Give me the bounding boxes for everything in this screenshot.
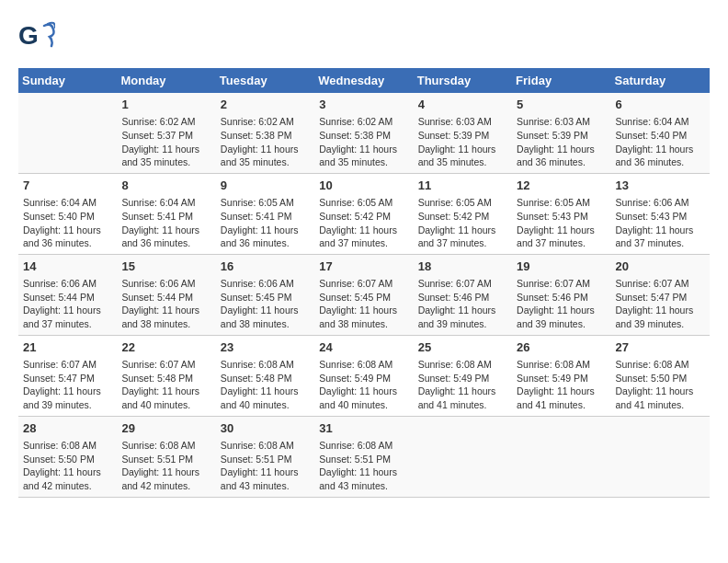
day-content: Sunrise: 6:03 AM Sunset: 5:39 PM Dayligh… (517, 115, 606, 169)
day-number: 10 (319, 178, 408, 194)
day-content: Sunrise: 6:02 AM Sunset: 5:38 PM Dayligh… (319, 115, 408, 169)
calendar-cell: 8Sunrise: 6:04 AM Sunset: 5:41 PM Daylig… (117, 173, 215, 254)
day-number: 28 (23, 420, 112, 437)
calendar-week-row: 21Sunrise: 6:07 AM Sunset: 5:47 PM Dayli… (18, 335, 710, 416)
day-content: Sunrise: 6:06 AM Sunset: 5:43 PM Dayligh… (616, 196, 705, 250)
calendar-cell: 23Sunrise: 6:08 AM Sunset: 5:48 PM Dayli… (216, 335, 314, 416)
calendar-day-header: Saturday (611, 68, 710, 93)
day-content: Sunrise: 6:05 AM Sunset: 5:41 PM Dayligh… (221, 196, 310, 250)
day-content: Sunrise: 6:02 AM Sunset: 5:38 PM Dayligh… (221, 115, 310, 169)
day-number: 22 (121, 339, 210, 356)
day-content: Sunrise: 6:05 AM Sunset: 5:42 PM Dayligh… (418, 196, 507, 250)
calendar-day-header: Sunday (18, 68, 117, 93)
day-number: 24 (319, 339, 408, 356)
day-content: Sunrise: 6:06 AM Sunset: 5:45 PM Dayligh… (221, 277, 310, 331)
day-number: 8 (121, 178, 210, 194)
calendar-cell: 28Sunrise: 6:08 AM Sunset: 5:50 PM Dayli… (18, 416, 117, 497)
day-content: Sunrise: 6:04 AM Sunset: 5:40 PM Dayligh… (616, 115, 705, 169)
day-content: Sunrise: 6:08 AM Sunset: 5:51 PM Dayligh… (319, 439, 408, 493)
calendar-cell: 19Sunrise: 6:07 AM Sunset: 5:46 PM Dayli… (512, 254, 610, 335)
day-number: 16 (221, 259, 310, 275)
calendar-cell: 31Sunrise: 6:08 AM Sunset: 5:51 PM Dayli… (314, 416, 413, 497)
day-content: Sunrise: 6:08 AM Sunset: 5:50 PM Dayligh… (23, 439, 112, 493)
day-number: 13 (616, 178, 705, 194)
calendar-cell: 30Sunrise: 6:08 AM Sunset: 5:51 PM Dayli… (216, 416, 314, 497)
calendar-cell: 3Sunrise: 6:02 AM Sunset: 5:38 PM Daylig… (314, 93, 413, 173)
day-number: 18 (418, 259, 507, 275)
day-content: Sunrise: 6:07 AM Sunset: 5:47 PM Dayligh… (23, 358, 112, 412)
day-content: Sunrise: 6:08 AM Sunset: 5:49 PM Dayligh… (418, 358, 507, 412)
calendar-table: SundayMondayTuesdayWednesdayThursdayFrid… (18, 68, 710, 498)
calendar-cell: 6Sunrise: 6:04 AM Sunset: 5:40 PM Daylig… (611, 93, 710, 173)
day-number: 4 (418, 97, 507, 113)
calendar-day-header: Tuesday (216, 68, 314, 93)
calendar-day-header: Monday (117, 68, 215, 93)
day-content: Sunrise: 6:08 AM Sunset: 5:51 PM Dayligh… (121, 439, 210, 493)
day-content: Sunrise: 6:07 AM Sunset: 5:48 PM Dayligh… (121, 358, 210, 412)
calendar-cell: 22Sunrise: 6:07 AM Sunset: 5:48 PM Dayli… (117, 335, 215, 416)
day-number: 29 (121, 420, 210, 437)
day-number: 11 (418, 178, 507, 194)
day-number: 5 (517, 97, 606, 113)
logo: G (18, 18, 63, 59)
day-content: Sunrise: 6:08 AM Sunset: 5:48 PM Dayligh… (221, 358, 310, 412)
day-number: 23 (221, 339, 310, 356)
calendar-cell: 5Sunrise: 6:03 AM Sunset: 5:39 PM Daylig… (512, 93, 610, 173)
calendar-cell: 16Sunrise: 6:06 AM Sunset: 5:45 PM Dayli… (216, 254, 314, 335)
day-content: Sunrise: 6:07 AM Sunset: 5:46 PM Dayligh… (418, 277, 507, 331)
calendar-cell: 21Sunrise: 6:07 AM Sunset: 5:47 PM Dayli… (18, 335, 117, 416)
calendar-cell: 18Sunrise: 6:07 AM Sunset: 5:46 PM Dayli… (414, 254, 512, 335)
calendar-cell: 2Sunrise: 6:02 AM Sunset: 5:38 PM Daylig… (216, 93, 314, 173)
day-content: Sunrise: 6:07 AM Sunset: 5:45 PM Dayligh… (319, 277, 408, 331)
calendar-cell: 13Sunrise: 6:06 AM Sunset: 5:43 PM Dayli… (611, 173, 710, 254)
day-number: 9 (221, 178, 310, 194)
day-content: Sunrise: 6:06 AM Sunset: 5:44 PM Dayligh… (121, 277, 210, 331)
calendar-cell (414, 416, 512, 497)
day-number: 14 (23, 259, 112, 275)
svg-text:G: G (18, 21, 39, 50)
calendar-cell: 1Sunrise: 6:02 AM Sunset: 5:37 PM Daylig… (117, 93, 215, 173)
calendar-cell: 14Sunrise: 6:06 AM Sunset: 5:44 PM Dayli… (18, 254, 117, 335)
calendar-cell: 17Sunrise: 6:07 AM Sunset: 5:45 PM Dayli… (314, 254, 413, 335)
day-number: 2 (221, 97, 310, 113)
calendar-week-row: 1Sunrise: 6:02 AM Sunset: 5:37 PM Daylig… (18, 93, 710, 173)
calendar-week-row: 7Sunrise: 6:04 AM Sunset: 5:40 PM Daylig… (18, 173, 710, 254)
day-content: Sunrise: 6:08 AM Sunset: 5:50 PM Dayligh… (616, 358, 705, 412)
calendar-day-header: Friday (512, 68, 610, 93)
day-number: 1 (121, 97, 210, 113)
logo-icon: G (18, 18, 55, 59)
calendar-day-header: Wednesday (314, 68, 413, 93)
day-number: 7 (23, 178, 112, 194)
day-content: Sunrise: 6:05 AM Sunset: 5:42 PM Dayligh… (319, 196, 408, 250)
day-number: 30 (221, 420, 310, 437)
calendar-cell (611, 416, 710, 497)
day-content: Sunrise: 6:07 AM Sunset: 5:46 PM Dayligh… (517, 277, 606, 331)
calendar-cell: 4Sunrise: 6:03 AM Sunset: 5:39 PM Daylig… (414, 93, 512, 173)
day-number: 27 (616, 339, 705, 356)
day-number: 31 (319, 420, 408, 437)
day-number: 6 (616, 97, 705, 113)
day-number: 26 (517, 339, 606, 356)
calendar-cell: 20Sunrise: 6:07 AM Sunset: 5:47 PM Dayli… (611, 254, 710, 335)
day-number: 20 (616, 259, 705, 275)
calendar-cell: 15Sunrise: 6:06 AM Sunset: 5:44 PM Dayli… (117, 254, 215, 335)
day-number: 25 (418, 339, 507, 356)
calendar-cell: 7Sunrise: 6:04 AM Sunset: 5:40 PM Daylig… (18, 173, 117, 254)
calendar-cell: 25Sunrise: 6:08 AM Sunset: 5:49 PM Dayli… (414, 335, 512, 416)
page-header: G (18, 18, 710, 59)
calendar-cell: 26Sunrise: 6:08 AM Sunset: 5:49 PM Dayli… (512, 335, 610, 416)
calendar-cell (18, 93, 117, 173)
day-content: Sunrise: 6:08 AM Sunset: 5:49 PM Dayligh… (319, 358, 408, 412)
calendar-cell: 9Sunrise: 6:05 AM Sunset: 5:41 PM Daylig… (216, 173, 314, 254)
calendar-cell: 10Sunrise: 6:05 AM Sunset: 5:42 PM Dayli… (314, 173, 413, 254)
calendar-cell: 24Sunrise: 6:08 AM Sunset: 5:49 PM Dayli… (314, 335, 413, 416)
calendar-cell (512, 416, 610, 497)
day-number: 19 (517, 259, 606, 275)
day-content: Sunrise: 6:02 AM Sunset: 5:37 PM Dayligh… (121, 115, 210, 169)
calendar-week-row: 28Sunrise: 6:08 AM Sunset: 5:50 PM Dayli… (18, 416, 710, 497)
calendar-header-row: SundayMondayTuesdayWednesdayThursdayFrid… (18, 68, 710, 93)
calendar-day-header: Thursday (414, 68, 512, 93)
calendar-cell: 29Sunrise: 6:08 AM Sunset: 5:51 PM Dayli… (117, 416, 215, 497)
day-number: 3 (319, 97, 408, 113)
day-content: Sunrise: 6:04 AM Sunset: 5:41 PM Dayligh… (121, 196, 210, 250)
